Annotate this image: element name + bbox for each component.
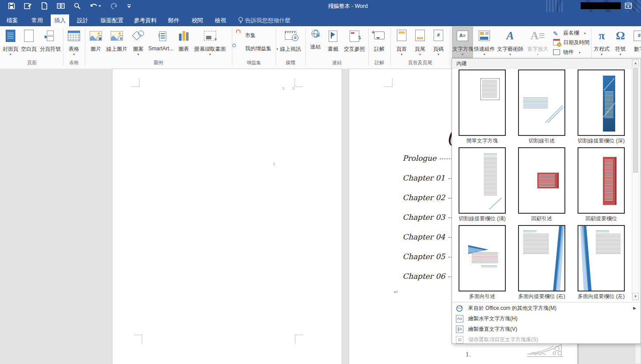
date-time-button[interactable]: 日期及時間 [553,38,589,47]
gallery-item-facet-sidebar-left[interactable]: 多面向提要欄位 (左) [571,225,631,300]
text-box-dropdown: 內建 ▲ ▼ 簡單文字方塊 切割線引述 [452,58,641,344]
tab-mailings[interactable]: 郵件 [164,14,184,26]
office-com-icon [456,305,463,312]
shapes-icon [130,30,147,43]
page-ornament [526,343,564,358]
gallery-item-facet-quote[interactable]: 多面向引述 [452,225,512,300]
thumb-slash-lines [488,197,502,210]
text-box-button[interactable]: A≡ 文字方塊 ▾ [452,27,473,58]
tab-insert[interactable]: 插入 [51,14,69,26]
textbox-thumbnail [578,147,625,214]
chevron-down-icon: ▾ [592,52,611,56]
thumb-ribbon [580,226,593,291]
link-icon: ∞ [308,30,323,43]
gallery-item-facet-sidebar-right[interactable]: 多面向提要欄位 (右) [512,225,571,300]
chevron-down-icon: ▾ [612,52,629,56]
tab-home[interactable]: 常用 [27,14,47,26]
textbox-thumbnail [518,147,565,214]
scroll-down-arrow[interactable]: ▼ [632,293,639,300]
ribbon-display-options-icon[interactable] [625,2,632,11]
horizontal-text-box-icon: A≡ [456,315,463,322]
table-icon [65,30,83,43]
chevron-down-icon: ▾ [393,52,410,56]
scrollbar-thumb[interactable] [633,68,638,173]
thumb-text [605,159,613,201]
gallery-item-austin-sidebar-light[interactable]: 切割線提要欄位 (淺) [452,147,512,222]
footer-icon [412,30,428,43]
chevron-down-icon: ▾ [130,52,147,56]
gallery-item-retrospect-quote[interactable]: 回顧引述 [512,147,571,222]
thumb-heading [596,230,609,232]
thumb-ribbon [551,226,564,291]
format-mark: t. [283,86,285,90]
chevron-down-icon: ▾ [412,52,428,56]
margin-corner-mark [295,335,303,343]
thumb-attribution [481,265,497,267]
account-name-redacted[interactable] [581,2,621,9]
blank-page-icon [20,30,38,43]
tell-me-box[interactable]: 告訴我您想做什麼 [245,14,302,26]
tab-view[interactable]: 檢視 [210,14,231,26]
comment-icon: + [370,30,389,43]
page-number: 1. [466,351,471,358]
cover-page-icon [2,30,19,43]
tab-review[interactable]: 校閱 [187,14,207,26]
gallery-item-austin-quote[interactable]: 切割線引述 [512,69,571,145]
tab-references[interactable]: 參考資料 [130,14,161,26]
object-button[interactable]: 物件 ▾ [553,47,581,57]
menu-more-textboxes-office-com[interactable]: 來自於 Office.com 的其他文字方塊(M) ▶ [452,303,641,313]
thumb-text [472,252,498,263]
thumb-text [484,157,497,196]
chart-icon [175,30,192,43]
group-label-addins: 增益集 [232,59,276,66]
thumb-bar [603,157,616,205]
margin-corner-mark [131,78,140,87]
thumb-text [482,80,497,98]
thumb-text [596,234,620,255]
thumb-text [523,234,549,255]
margin-corner-mark [294,78,303,87]
group-label-tables: 表格 [64,59,84,66]
my-addins-button[interactable]: 我的增益集 ▾ [235,44,278,53]
document-page-1[interactable]: t. t. t. [112,69,342,364]
textbox-thumbnail [578,69,625,136]
tell-me-lightbulb-icon [238,17,244,25]
group-label-media: 媒體 [276,59,305,66]
group-divider [450,28,450,66]
thumb-text [539,174,555,187]
tab-file[interactable]: 檔案 [2,14,23,26]
thumb-slash-lines [544,102,564,124]
gallery-item-simple-text-box[interactable]: 簡單文字方塊 [452,69,512,145]
group-label-header-footer: 頁首及頁尾 [390,59,450,66]
chevron-down-icon: ▾ [65,52,83,56]
menu-draw-vertical-text-box[interactable]: ∥A 繪製垂直文字方塊(V) [452,324,641,334]
drop-cap-icon: A≡ [525,30,550,43]
margin-corner-mark [134,335,142,343]
number-icon: # [630,30,641,43]
gallery-item-austin-sidebar-dark[interactable]: 切割線提要欄位 (深) [571,69,631,145]
scroll-up-arrow[interactable]: ▲ [632,59,639,66]
margin-corner-mark [384,78,392,87]
textbox-thumbnail [518,69,565,136]
gallery-section-header: 內建 [452,59,632,69]
equation-icon: π [592,30,611,43]
tab-design[interactable]: 設計 [73,14,93,26]
header-icon [393,30,410,43]
group-label-pages: 頁面 [2,59,62,66]
title-bar: 殘軀整本 - Word [0,0,641,12]
thumb-box [480,78,500,100]
bookmark-icon [325,30,341,43]
signature-line-button[interactable]: ✎ 簽名欄 ▾ [553,28,586,38]
thumb-bar [603,76,615,132]
smartart-icon [147,30,175,43]
textbox-thumbnail [578,225,625,291]
tab-layout[interactable]: 版面配置 [96,14,128,26]
store-button[interactable]: 市集 [235,31,256,40]
menu-draw-horizontal-text-box[interactable]: A≡ 繪製水平文字方塊(H) [452,314,641,324]
thumb-heading [484,153,497,155]
menu-save-selection-to-gallery[interactable]: ▤ 儲存選取項目至文字方塊庫(S) [452,335,641,345]
chevron-down-icon: ▾ [452,52,473,56]
screenshot-icon: + [191,30,229,43]
chevron-down-icon: ▾ [525,52,550,56]
gallery-item-retrospect-sidebar[interactable]: 回顧提要欄位 [571,147,631,222]
